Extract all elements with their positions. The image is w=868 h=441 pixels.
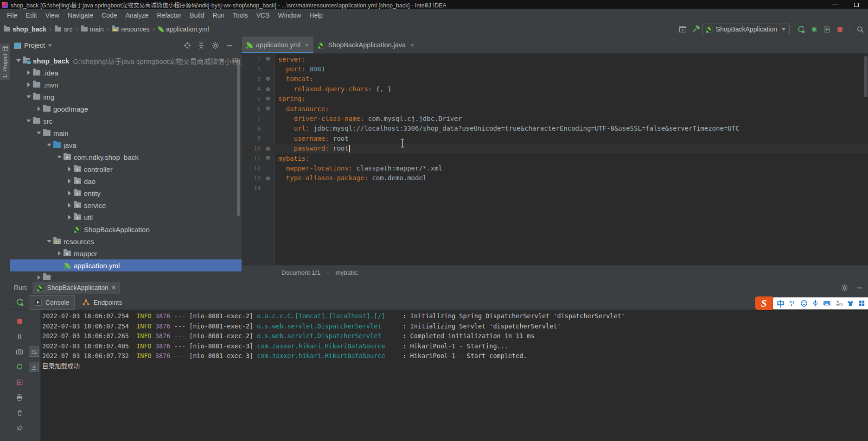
- fold-marker[interactable]: [261, 156, 275, 160]
- coverage-icon[interactable]: [823, 25, 831, 33]
- menu-item-code[interactable]: Code: [97, 9, 121, 21]
- tree-item-com.ndky.shop_back[interactable]: com.ndky.shop_back: [10, 151, 242, 163]
- chevron-down-icon[interactable]: [15, 59, 22, 62]
- breadcrumb-item-shop_back[interactable]: shop_back: [4, 25, 46, 33]
- chevron-right-icon[interactable]: [25, 82, 32, 87]
- chevron-right-icon[interactable]: [66, 191, 73, 195]
- skin-icon[interactable]: [833, 298, 844, 309]
- stop-button[interactable]: [15, 316, 24, 326]
- hide-icon[interactable]: [226, 42, 233, 49]
- menu-item-vcs[interactable]: VCS: [252, 9, 274, 21]
- yaml-node-breadcrumb[interactable]: mybatis:: [336, 269, 359, 276]
- hide-icon[interactable]: [856, 284, 863, 291]
- tree-item-resources[interactable]: resources: [10, 235, 242, 247]
- build-hammer-icon[interactable]: [692, 25, 700, 33]
- breadcrumb-item-src[interactable]: src: [55, 25, 72, 33]
- chevron-down-icon[interactable]: [45, 240, 53, 243]
- tree-item-java[interactable]: java: [10, 139, 242, 151]
- punctuation-icon[interactable]: [786, 298, 798, 309]
- debug-icon[interactable]: [811, 25, 818, 33]
- rerun-icon[interactable]: [16, 298, 24, 306]
- code-line-5[interactable]: 5spring:: [242, 94, 868, 104]
- chevron-right-icon[interactable]: [35, 275, 43, 280]
- settings-icon[interactable]: [841, 284, 849, 292]
- search-icon[interactable]: [856, 25, 864, 33]
- fold-marker[interactable]: [261, 107, 275, 111]
- breadcrumb-item-main[interactable]: main: [81, 25, 104, 33]
- pin-button[interactable]: [15, 423, 24, 433]
- menu-item-refactor[interactable]: Refactor: [153, 9, 185, 21]
- toolbox-icon[interactable]: [856, 298, 868, 309]
- locate-icon[interactable]: [184, 42, 191, 49]
- run-tab-console[interactable]: Console: [29, 295, 75, 310]
- chevron-right-icon[interactable]: [56, 251, 63, 256]
- close-icon[interactable]: ×: [305, 42, 309, 49]
- chevron-down-icon[interactable]: [25, 95, 32, 98]
- microphone-icon[interactable]: [810, 298, 821, 309]
- stop-icon[interactable]: [836, 26, 843, 33]
- print-button[interactable]: [15, 393, 24, 402]
- code-line-7[interactable]: 7 driver-class-name: com.mysql.cj.jdbc.D…: [242, 113, 868, 123]
- chevron-right-icon[interactable]: [66, 215, 73, 220]
- menu-item-view[interactable]: View: [41, 9, 64, 21]
- fold-marker[interactable]: [261, 57, 275, 61]
- editor-tab-application-yml[interactable]: application.yml×: [242, 37, 313, 53]
- chevron-right-icon[interactable]: [25, 70, 32, 75]
- close-icon[interactable]: ×: [112, 284, 115, 291]
- chevron-down-icon[interactable]: [45, 144, 53, 146]
- menu-item-build[interactable]: Build: [185, 9, 208, 21]
- fold-marker[interactable]: [261, 87, 275, 91]
- code-line-4[interactable]: 4 relaxed-query-chars: {, }: [242, 84, 868, 94]
- sogou-logo-icon[interactable]: S: [755, 296, 773, 310]
- menu-item-window[interactable]: Window: [274, 9, 306, 21]
- maximize-button[interactable]: [854, 3, 859, 7]
- menu-item-edit[interactable]: Edit: [22, 9, 41, 21]
- keyboard-icon[interactable]: [821, 298, 833, 309]
- project-view-selector[interactable]: Project: [14, 42, 52, 49]
- tree-item-.idea[interactable]: .idea: [10, 67, 242, 79]
- close-icon[interactable]: ×: [410, 42, 414, 49]
- tree-item-dao[interactable]: dao: [10, 175, 242, 187]
- settings-icon[interactable]: [211, 42, 219, 50]
- chevron-down-icon[interactable]: [56, 156, 63, 158]
- emoji-icon[interactable]: [798, 298, 810, 309]
- console-output[interactable]: 2022-07-03 18:06:07.254 INFO 3876 --- [n…: [41, 310, 868, 441]
- chevron-right-icon[interactable]: [35, 107, 43, 111]
- tree-item-partial[interactable]: [10, 271, 242, 280]
- tree-item-img[interactable]: img: [10, 91, 242, 103]
- chevron-down-icon[interactable]: [25, 120, 32, 122]
- tree-item-main[interactable]: main: [10, 127, 242, 139]
- open-in-window-icon[interactable]: [679, 25, 687, 33]
- tree-item-mapper[interactable]: mapper: [10, 247, 242, 259]
- tree-item-application.yml[interactable]: application.yml: [10, 259, 242, 271]
- menu-item-tools[interactable]: Tools: [229, 9, 252, 21]
- code-line-6[interactable]: 6 datasource:: [242, 104, 868, 113]
- chevron-right-icon[interactable]: [66, 179, 73, 183]
- tree-item-util[interactable]: util: [10, 211, 242, 223]
- clear-button[interactable]: [15, 408, 24, 417]
- minimize-button[interactable]: —: [832, 0, 838, 9]
- tree-item-src[interactable]: src: [10, 115, 242, 127]
- code-line-2[interactable]: 2 port: 8081: [242, 64, 868, 74]
- tree-item-shop_back[interactable]: shop_backG:\shejiing\基于java springboot宠物…: [10, 55, 242, 67]
- code-line-10[interactable]: 10 password: root: [242, 144, 868, 153]
- chevron-right-icon[interactable]: [66, 167, 73, 171]
- editor-scrollbar[interactable]: [864, 56, 868, 97]
- editor-tab-ShopBackApplication-java[interactable]: ShopBackApplication.java×: [313, 37, 419, 53]
- fold-marker[interactable]: [261, 77, 275, 81]
- breadcrumb-item-resources[interactable]: resources: [112, 25, 149, 33]
- scroll-to-end-toggle[interactable]: [29, 362, 39, 372]
- run-session-tab[interactable]: ShopBackApplication ×: [32, 282, 121, 294]
- fold-marker[interactable]: [261, 97, 275, 101]
- wardrobe-icon[interactable]: [844, 298, 856, 309]
- code-line-9[interactable]: 9 username: root: [242, 133, 868, 143]
- code-line-14[interactable]: 14: [242, 183, 868, 193]
- fold-marker[interactable]: [261, 146, 275, 151]
- tree-item-entity[interactable]: entity: [10, 187, 242, 199]
- new-window-button[interactable]: [15, 378, 24, 387]
- project-scrollbar[interactable]: [237, 59, 240, 216]
- menu-item-help[interactable]: Help: [305, 9, 327, 21]
- menu-item-file[interactable]: File: [3, 9, 22, 21]
- restart-button[interactable]: [15, 362, 24, 372]
- collapse-all-icon[interactable]: [198, 42, 205, 49]
